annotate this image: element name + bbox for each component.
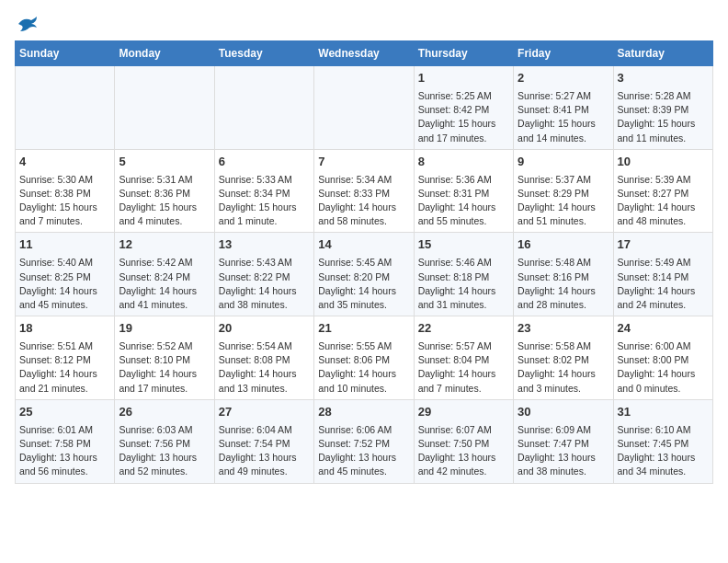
day-number: 1 bbox=[418, 70, 509, 87]
day-content: Sunrise: 5:55 AM Sunset: 8:06 PM Dayligh… bbox=[318, 339, 409, 396]
calendar-cell: 12Sunrise: 5:42 AM Sunset: 8:24 PM Dayli… bbox=[115, 233, 214, 316]
day-number: 12 bbox=[119, 236, 210, 254]
calendar-week-row: 18Sunrise: 5:51 AM Sunset: 8:12 PM Dayli… bbox=[16, 316, 713, 400]
day-content: Sunrise: 5:39 AM Sunset: 8:27 PM Dayligh… bbox=[618, 173, 709, 229]
day-content: Sunrise: 6:03 AM Sunset: 7:56 PM Dayligh… bbox=[119, 423, 210, 479]
calendar-cell: 15Sunrise: 5:46 AM Sunset: 8:18 PM Dayli… bbox=[414, 233, 513, 316]
calendar-cell: 16Sunrise: 5:48 AM Sunset: 8:16 PM Dayli… bbox=[514, 233, 613, 316]
day-number: 29 bbox=[418, 404, 509, 421]
day-number: 10 bbox=[618, 154, 709, 171]
day-content: Sunrise: 5:42 AM Sunset: 8:24 PM Dayligh… bbox=[119, 256, 210, 312]
calendar-cell: 20Sunrise: 5:54 AM Sunset: 8:08 PM Dayli… bbox=[214, 316, 313, 400]
calendar-table: SundayMondayTuesdayWednesdayThursdayFrid… bbox=[15, 40, 713, 484]
day-number: 4 bbox=[19, 154, 110, 171]
calendar-cell: 23Sunrise: 5:58 AM Sunset: 8:02 PM Dayli… bbox=[514, 316, 613, 400]
day-content: Sunrise: 5:45 AM Sunset: 8:20 PM Dayligh… bbox=[318, 256, 409, 312]
day-number: 19 bbox=[119, 320, 210, 338]
calendar-cell: 26Sunrise: 6:03 AM Sunset: 7:56 PM Dayli… bbox=[115, 399, 214, 483]
day-number: 13 bbox=[219, 236, 310, 254]
calendar-cell: 31Sunrise: 6:10 AM Sunset: 7:45 PM Dayli… bbox=[613, 399, 712, 483]
calendar-cell: 22Sunrise: 5:57 AM Sunset: 8:04 PM Dayli… bbox=[414, 316, 513, 400]
calendar-cell: 24Sunrise: 6:00 AM Sunset: 8:00 PM Dayli… bbox=[613, 316, 712, 400]
weekday-header-tuesday: Tuesday bbox=[214, 41, 313, 66]
day-content: Sunrise: 6:10 AM Sunset: 7:45 PM Dayligh… bbox=[618, 423, 709, 479]
calendar-cell: 14Sunrise: 5:45 AM Sunset: 8:20 PM Dayli… bbox=[314, 233, 414, 316]
day-number: 24 bbox=[618, 320, 709, 338]
day-content: Sunrise: 6:01 AM Sunset: 7:58 PM Dayligh… bbox=[19, 423, 110, 479]
calendar-cell bbox=[314, 66, 414, 150]
calendar-cell: 28Sunrise: 6:06 AM Sunset: 7:52 PM Dayli… bbox=[314, 399, 414, 483]
calendar-cell bbox=[115, 66, 214, 150]
calendar-cell: 2Sunrise: 5:27 AM Sunset: 8:41 PM Daylig… bbox=[514, 66, 613, 150]
day-number: 21 bbox=[318, 320, 409, 338]
calendar-cell: 27Sunrise: 6:04 AM Sunset: 7:54 PM Dayli… bbox=[214, 399, 313, 483]
calendar-cell: 19Sunrise: 5:52 AM Sunset: 8:10 PM Dayli… bbox=[115, 316, 214, 400]
calendar-cell: 17Sunrise: 5:49 AM Sunset: 8:14 PM Dayli… bbox=[613, 233, 712, 316]
calendar-week-row: 4Sunrise: 5:30 AM Sunset: 8:38 PM Daylig… bbox=[16, 149, 713, 233]
day-content: Sunrise: 5:57 AM Sunset: 8:04 PM Dayligh… bbox=[418, 339, 509, 396]
day-content: Sunrise: 5:54 AM Sunset: 8:08 PM Dayligh… bbox=[219, 339, 310, 396]
weekday-header-thursday: Thursday bbox=[414, 41, 513, 66]
calendar-cell: 4Sunrise: 5:30 AM Sunset: 8:38 PM Daylig… bbox=[16, 149, 115, 233]
calendar-cell: 29Sunrise: 6:07 AM Sunset: 7:50 PM Dayli… bbox=[414, 399, 513, 483]
calendar-cell: 25Sunrise: 6:01 AM Sunset: 7:58 PM Dayli… bbox=[16, 399, 115, 483]
calendar-cell: 9Sunrise: 5:37 AM Sunset: 8:29 PM Daylig… bbox=[514, 149, 613, 233]
day-number: 7 bbox=[318, 154, 409, 171]
day-content: Sunrise: 5:43 AM Sunset: 8:22 PM Dayligh… bbox=[219, 256, 310, 312]
day-content: Sunrise: 5:52 AM Sunset: 8:10 PM Dayligh… bbox=[119, 339, 210, 396]
day-content: Sunrise: 5:25 AM Sunset: 8:42 PM Dayligh… bbox=[418, 89, 509, 145]
calendar-cell: 11Sunrise: 5:40 AM Sunset: 8:25 PM Dayli… bbox=[16, 233, 115, 316]
day-number: 27 bbox=[219, 404, 310, 421]
weekday-header-row: SundayMondayTuesdayWednesdayThursdayFrid… bbox=[16, 41, 713, 66]
day-number: 25 bbox=[19, 404, 110, 421]
day-content: Sunrise: 5:36 AM Sunset: 8:31 PM Dayligh… bbox=[418, 173, 509, 229]
calendar-cell: 8Sunrise: 5:36 AM Sunset: 8:31 PM Daylig… bbox=[414, 149, 513, 233]
day-number: 3 bbox=[618, 70, 709, 87]
day-content: Sunrise: 5:51 AM Sunset: 8:12 PM Dayligh… bbox=[19, 339, 110, 396]
day-content: Sunrise: 5:28 AM Sunset: 8:39 PM Dayligh… bbox=[618, 89, 709, 145]
weekday-header-sunday: Sunday bbox=[16, 41, 115, 66]
day-number: 5 bbox=[119, 154, 210, 171]
weekday-header-saturday: Saturday bbox=[613, 41, 712, 66]
calendar-cell: 7Sunrise: 5:34 AM Sunset: 8:33 PM Daylig… bbox=[314, 149, 414, 233]
day-number: 26 bbox=[119, 404, 210, 421]
day-content: Sunrise: 6:06 AM Sunset: 7:52 PM Dayligh… bbox=[318, 423, 409, 479]
day-content: Sunrise: 5:31 AM Sunset: 8:36 PM Dayligh… bbox=[119, 173, 210, 229]
calendar-cell: 5Sunrise: 5:31 AM Sunset: 8:36 PM Daylig… bbox=[115, 149, 214, 233]
calendar-cell: 3Sunrise: 5:28 AM Sunset: 8:39 PM Daylig… bbox=[613, 66, 712, 150]
day-content: Sunrise: 5:33 AM Sunset: 8:34 PM Dayligh… bbox=[219, 173, 310, 229]
calendar-cell: 1Sunrise: 5:25 AM Sunset: 8:42 PM Daylig… bbox=[414, 66, 513, 150]
day-content: Sunrise: 5:40 AM Sunset: 8:25 PM Dayligh… bbox=[19, 256, 110, 312]
day-content: Sunrise: 5:37 AM Sunset: 8:29 PM Dayligh… bbox=[518, 173, 609, 229]
calendar-cell: 30Sunrise: 6:09 AM Sunset: 7:47 PM Dayli… bbox=[514, 399, 613, 483]
day-content: Sunrise: 5:27 AM Sunset: 8:41 PM Dayligh… bbox=[518, 89, 609, 145]
day-number: 11 bbox=[19, 236, 110, 254]
day-number: 17 bbox=[618, 236, 709, 254]
calendar-cell: 10Sunrise: 5:39 AM Sunset: 8:27 PM Dayli… bbox=[613, 149, 712, 233]
day-number: 16 bbox=[518, 236, 609, 254]
day-number: 31 bbox=[618, 404, 709, 421]
day-content: Sunrise: 5:30 AM Sunset: 8:38 PM Dayligh… bbox=[19, 173, 110, 229]
logo bbox=[15, 15, 39, 33]
day-number: 9 bbox=[518, 154, 609, 171]
day-number: 23 bbox=[518, 320, 609, 338]
day-content: Sunrise: 5:34 AM Sunset: 8:33 PM Dayligh… bbox=[318, 173, 409, 229]
day-content: Sunrise: 5:58 AM Sunset: 8:02 PM Dayligh… bbox=[518, 339, 609, 396]
weekday-header-friday: Friday bbox=[514, 41, 613, 66]
calendar-week-row: 25Sunrise: 6:01 AM Sunset: 7:58 PM Dayli… bbox=[16, 399, 713, 483]
calendar-week-row: 11Sunrise: 5:40 AM Sunset: 8:25 PM Dayli… bbox=[16, 233, 713, 316]
calendar-cell: 6Sunrise: 5:33 AM Sunset: 8:34 PM Daylig… bbox=[214, 149, 313, 233]
day-number: 6 bbox=[219, 154, 310, 171]
day-content: Sunrise: 6:07 AM Sunset: 7:50 PM Dayligh… bbox=[418, 423, 509, 479]
calendar-cell: 18Sunrise: 5:51 AM Sunset: 8:12 PM Dayli… bbox=[16, 316, 115, 400]
calendar-cell: 13Sunrise: 5:43 AM Sunset: 8:22 PM Dayli… bbox=[214, 233, 313, 316]
day-number: 28 bbox=[318, 404, 409, 421]
logo-bird-icon bbox=[17, 15, 39, 33]
day-content: Sunrise: 6:04 AM Sunset: 7:54 PM Dayligh… bbox=[219, 423, 310, 479]
day-content: Sunrise: 5:48 AM Sunset: 8:16 PM Dayligh… bbox=[518, 256, 609, 312]
day-number: 15 bbox=[418, 236, 509, 254]
day-number: 2 bbox=[518, 70, 609, 87]
weekday-header-wednesday: Wednesday bbox=[314, 41, 414, 66]
day-number: 8 bbox=[418, 154, 509, 171]
day-number: 22 bbox=[418, 320, 509, 338]
